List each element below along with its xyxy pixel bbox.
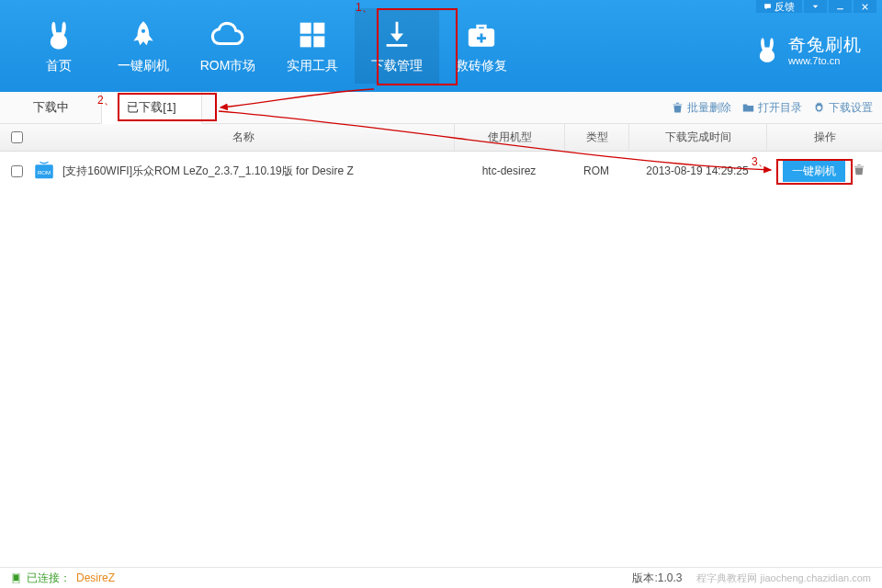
brand: 奇兔刷机 www.7to.cn — [753, 35, 862, 66]
table-body: ROM [支持160WIFI]乐众ROM LeZo_2.3.7_1.10.19版… — [0, 152, 882, 572]
sub-tabbar: 下载中 已下载[1] 批量删除 打开目录 下载设置 — [0, 92, 882, 124]
table-row: ROM [支持160WIFI]乐众ROM LeZo_2.3.7_1.10.19版… — [0, 152, 882, 190]
nav-label: 下载管理 — [371, 58, 423, 74]
brand-url: www.7to.cn — [788, 55, 862, 67]
gear-icon — [813, 102, 825, 114]
nav-label: 救砖修复 — [456, 58, 507, 74]
nav-flash[interactable]: 一键刷机 — [101, 8, 186, 84]
flash-button[interactable]: 一键刷机 — [783, 160, 845, 182]
brand-rabbit-icon — [753, 36, 781, 66]
download-icon — [381, 17, 413, 52]
col-name: 名称 — [33, 130, 454, 145]
nav-tools[interactable]: 实用工具 — [270, 8, 355, 84]
svg-rect-4 — [313, 36, 324, 47]
nav-label: 实用工具 — [287, 58, 338, 74]
row-delete-button[interactable] — [853, 164, 865, 179]
rabbit-icon — [43, 17, 74, 52]
col-op: 操作 — [766, 124, 882, 151]
close-button[interactable] — [854, 0, 876, 13]
rocket-icon — [128, 17, 159, 52]
open-dir-button[interactable]: 打开目录 — [742, 100, 802, 116]
minimize-button[interactable] — [829, 0, 852, 13]
download-settings-button[interactable]: 下载设置 — [813, 100, 873, 116]
col-type: 类型 — [564, 124, 628, 151]
watermark: 程字典教程网 jiaocheng.chazidian.com — [696, 571, 871, 585]
svg-rect-8 — [14, 574, 19, 581]
folder-icon — [742, 102, 754, 114]
feedback-label: 反馈 — [775, 0, 795, 14]
version-label: 版本:1.0.3 — [632, 571, 682, 586]
nav-downloads[interactable]: 下载管理 — [355, 8, 439, 84]
nav-label: ROM市场 — [200, 58, 256, 74]
nav-recover[interactable]: 救砖修复 — [439, 8, 524, 84]
window-controls: 反馈 — [756, 0, 876, 13]
nav-home[interactable]: 首页 — [17, 8, 101, 84]
col-device: 使用机型 — [454, 124, 564, 151]
batch-delete-button[interactable]: 批量删除 — [672, 100, 731, 116]
svg-text:ROM: ROM — [38, 170, 51, 175]
svg-rect-1 — [300, 23, 311, 34]
phone-icon — [11, 573, 21, 583]
row-name-text: [支持160WIFI]乐众ROM LeZo_2.3.7_1.10.19版 for… — [62, 164, 354, 179]
status-bar: 已连接： DesireZ 版本:1.0.3 程字典教程网 jiaocheng.c… — [0, 567, 882, 588]
connection-status: 已连接： DesireZ — [11, 571, 115, 586]
svg-rect-3 — [300, 36, 311, 47]
table-header: 名称 使用机型 类型 下载完成时间 操作 — [0, 124, 882, 152]
tab-downloading[interactable]: 下载中 — [0, 92, 101, 124]
grid-icon — [298, 17, 327, 52]
col-time: 下载完成时间 — [628, 124, 766, 151]
row-checkbox[interactable] — [11, 165, 23, 177]
rom-file-icon: ROM — [33, 160, 55, 182]
tab-downloaded[interactable]: 已下载[1] — [101, 92, 202, 124]
nav-rom-market[interactable]: ROM市场 — [186, 8, 270, 84]
nav-label: 首页 — [46, 58, 72, 74]
main-nav: 首页 一键刷机 ROM市场 实用工具 下载管理 救砖修复 — [17, 8, 524, 84]
nav-label: 一键刷机 — [118, 58, 169, 74]
medkit-icon — [466, 17, 497, 52]
select-all-checkbox[interactable] — [11, 131, 23, 143]
dropdown-button[interactable] — [804, 0, 827, 13]
svg-rect-0 — [837, 8, 843, 9]
feedback-button[interactable]: 反馈 — [756, 0, 802, 13]
trash-icon — [672, 102, 684, 114]
cloud-icon — [210, 17, 245, 52]
app-header: 首页 一键刷机 ROM市场 实用工具 下载管理 救砖修复 奇兔刷机 www.7t… — [0, 0, 882, 92]
row-type: ROM — [564, 164, 628, 177]
svg-rect-2 — [313, 23, 324, 34]
row-time: 2013-08-19 14:29:25 — [628, 164, 766, 177]
row-device: htc-desirez — [454, 164, 564, 177]
brand-name: 奇兔刷机 — [788, 35, 862, 55]
